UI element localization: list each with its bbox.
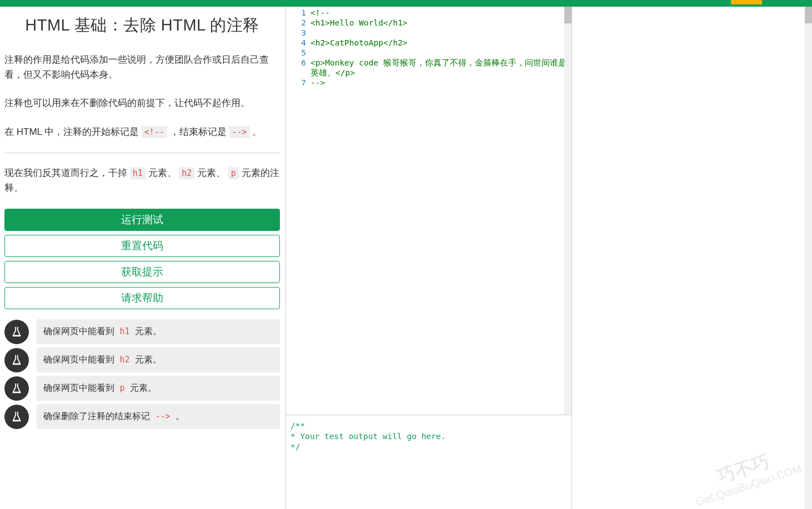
text-fragment: ，结束标记是 [167, 127, 229, 137]
flask-icon [4, 320, 29, 344]
watermark-line1: 巧不巧 [688, 441, 799, 496]
flask-icon [4, 405, 29, 429]
code-close-comment: --> [229, 126, 249, 138]
test-text: 确保网页中能看到 p 元素。 [37, 376, 280, 401]
divider [4, 153, 280, 153]
code-h1: h1 [130, 167, 146, 179]
get-hint-button[interactable]: 获取提示 [4, 261, 280, 283]
ask-help-button[interactable]: 请求帮助 [4, 287, 280, 309]
test-output-pane: /** * Your test output will go here. */ [286, 415, 572, 509]
test-item: 确保网页中能看到 h2 元素。 [4, 347, 280, 372]
flask-icon [4, 376, 29, 401]
reset-code-button[interactable]: 重置代码 [4, 235, 280, 257]
text-fragment: 元素、 [146, 168, 179, 178]
run-tests-button[interactable]: 运行测试 [4, 209, 280, 231]
test-text: 确保网页中能看到 h2 元素。 [37, 347, 280, 372]
text-fragment: 在 HTML 中，注释的开始标记是 [4, 127, 142, 137]
test-text: 确保网页中能看到 h1 元素。 [37, 319, 280, 344]
text-fragment: 。 [250, 127, 262, 137]
test-list: 确保网页中能看到 h1 元素。确保网页中能看到 h2 元素。确保网页中能看到 p… [4, 319, 280, 429]
test-item: 确保删除了注释的结束标记 --> 。 [4, 404, 280, 429]
text-fragment: 现在我们反其道而行之，干掉 [4, 168, 130, 178]
line-number-gutter: 123456 7 [286, 8, 310, 415]
watermark: 巧不巧 Get.QiaoBuQiao.COM [688, 441, 804, 508]
editor-panel: 123456 7 <!--<h1>Hello World</h1><h2>Cat… [285, 7, 572, 509]
main-layout: HTML 基础：去除 HTML 的注释 注释的作用是给代码添加一些说明，方便团队… [0, 7, 812, 509]
top-navbar [0, 0, 812, 7]
code-editor[interactable]: 123456 7 <!--<h1>Hello World</h1><h2>Cat… [286, 7, 572, 415]
editor-scrollbar[interactable] [564, 7, 572, 415]
lesson-paragraph-3: 在 HTML 中，注释的开始标记是 <!-- ，结束标记是 --> 。 [4, 124, 280, 139]
code-content[interactable]: <!--<h1>Hello World</h1><h2>CatPhotoApp<… [310, 8, 572, 415]
lesson-paragraph-2: 注释也可以用来在不删除代码的前提下，让代码不起作用。 [4, 95, 280, 110]
flask-icon [4, 348, 29, 372]
test-item: 确保网页中能看到 p 元素。 [4, 376, 280, 401]
instructions-panel: HTML 基础：去除 HTML 的注释 注释的作用是给代码添加一些说明，方便团队… [0, 7, 285, 509]
preview-panel: 巧不巧 Get.QiaoBuQiao.COM [572, 7, 812, 509]
lesson-title: HTML 基础：去除 HTML 的注释 [4, 14, 280, 37]
topbar-button[interactable] [731, 0, 762, 4]
text-fragment: 元素、 [194, 168, 228, 178]
test-text: 确保删除了注释的结束标记 --> 。 [37, 404, 280, 429]
code-h2: h2 [179, 167, 194, 179]
test-item: 确保网页中能看到 h1 元素。 [4, 319, 280, 344]
code-p: p [228, 167, 239, 179]
lesson-task: 现在我们反其道而行之，干掉 h1 元素、 h2 元素、 p 元素的注释。 [4, 165, 280, 195]
lesson-paragraph-1: 注释的作用是给代码添加一些说明，方便团队合作或日后自己查看，但又不影响代码本身。 [4, 52, 280, 82]
preview-scrollbar[interactable] [805, 7, 812, 509]
code-open-comment: <!-- [142, 126, 167, 138]
watermark-line2: Get.QiaoBuQiao.COM [694, 462, 804, 508]
